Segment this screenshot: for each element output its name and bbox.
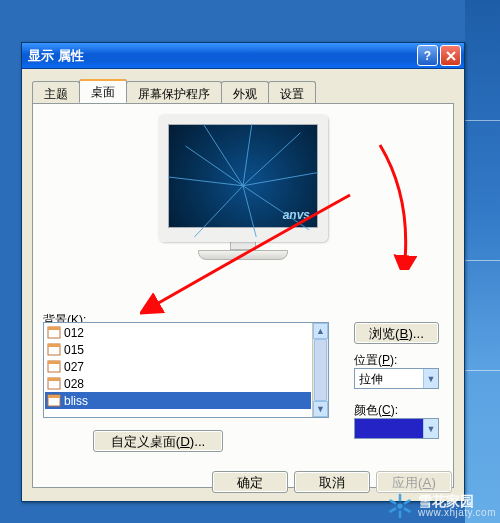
list-item[interactable]: 027 — [45, 358, 311, 375]
svg-point-19 — [397, 503, 402, 508]
svg-line-8 — [194, 186, 243, 237]
image-file-icon — [47, 326, 61, 339]
svg-line-4 — [243, 133, 300, 186]
browse-button[interactable]: 浏览(B)... — [354, 322, 439, 344]
color-swatch — [355, 419, 423, 438]
svg-line-5 — [243, 173, 318, 186]
position-label: 位置(P): — [354, 352, 439, 369]
background-listbox[interactable]: 012 015 027 028 bliss — [43, 322, 329, 418]
position-combo[interactable]: 拉伸 ▼ — [354, 368, 439, 389]
color-label: 颜色(C): — [354, 402, 439, 419]
tab-settings[interactable]: 设置 — [268, 81, 316, 103]
preview-brand: anvs — [283, 208, 310, 222]
position-value: 拉伸 — [355, 369, 423, 388]
scrollbar[interactable]: ▲ ▼ — [312, 323, 328, 417]
watermark-url: www.xhjaty.com — [418, 508, 496, 518]
customize-desktop-button[interactable]: 自定义桌面(D)... — [93, 430, 223, 452]
svg-rect-23 — [389, 507, 397, 513]
svg-rect-21 — [399, 510, 402, 518]
titlebar[interactable]: 显示 属性 ? — [22, 43, 464, 69]
svg-line-1 — [168, 177, 243, 186]
ok-button[interactable]: 确定 — [212, 471, 288, 493]
svg-rect-20 — [399, 494, 402, 502]
chevron-down-icon[interactable]: ▼ — [423, 369, 438, 388]
desktop-tab-panel: anvs 背景(K): 012 015 027 — [32, 103, 454, 488]
help-button[interactable]: ? — [417, 45, 438, 66]
svg-line-3 — [243, 124, 252, 186]
list-item[interactable]: 028 — [45, 375, 311, 392]
scroll-down-button[interactable]: ▼ — [313, 401, 328, 417]
color-combo[interactable]: ▼ — [354, 418, 439, 439]
svg-rect-25 — [389, 499, 397, 505]
desktop-background — [465, 0, 500, 523]
display-properties-dialog: 显示 属性 ? 主题 桌面 屏幕保护程序 外观 设置 — [21, 42, 465, 502]
tab-strip: 主题 桌面 屏幕保护程序 外观 设置 — [32, 79, 454, 103]
close-icon — [446, 51, 456, 61]
list-item[interactable]: 015 — [45, 341, 311, 358]
scroll-thumb[interactable] — [314, 339, 327, 401]
dialog-button-row: 确定 取消 应用(A) — [212, 471, 452, 493]
tab-screensaver[interactable]: 屏幕保护程序 — [126, 81, 222, 103]
tab-themes[interactable]: 主题 — [32, 81, 80, 103]
preview-screen: anvs — [158, 114, 328, 242]
svg-rect-12 — [48, 344, 60, 347]
image-file-icon — [47, 377, 61, 390]
cancel-button[interactable]: 取消 — [294, 471, 370, 493]
apply-button: 应用(A) — [376, 471, 452, 493]
image-file-icon — [47, 394, 61, 407]
svg-rect-18 — [48, 395, 60, 398]
image-file-icon — [47, 360, 61, 373]
svg-line-2 — [203, 124, 243, 186]
image-file-icon — [47, 343, 61, 356]
svg-line-7 — [243, 186, 256, 237]
svg-rect-14 — [48, 361, 60, 364]
scroll-up-button[interactable]: ▲ — [313, 323, 328, 339]
window-title: 显示 属性 — [28, 47, 415, 65]
tab-appearance[interactable]: 外观 — [221, 81, 269, 103]
svg-rect-10 — [48, 327, 60, 330]
svg-rect-22 — [403, 499, 411, 505]
snowflake-icon — [386, 492, 414, 520]
watermark: 雪花家园 www.xhjaty.com — [386, 492, 496, 520]
list-item[interactable]: 012 — [45, 324, 311, 341]
svg-line-0 — [186, 146, 243, 186]
monitor-preview: anvs — [43, 114, 443, 263]
svg-rect-16 — [48, 378, 60, 381]
watermark-name: 雪花家园 — [418, 494, 496, 508]
tab-desktop[interactable]: 桌面 — [79, 79, 127, 103]
svg-rect-24 — [403, 507, 411, 513]
list-item-selected[interactable]: bliss — [45, 392, 311, 409]
chevron-down-icon[interactable]: ▼ — [423, 419, 438, 438]
close-button[interactable] — [440, 45, 461, 66]
